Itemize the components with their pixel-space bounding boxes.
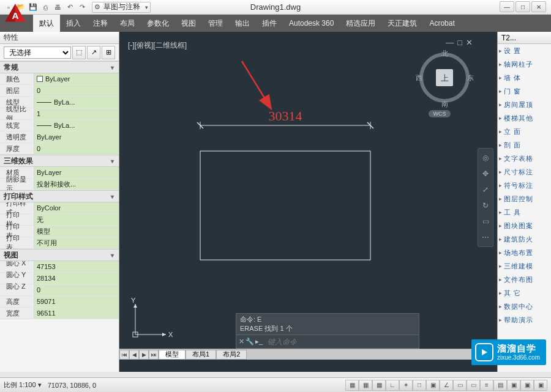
saveas-icon[interactable]: ⎙ [40,2,50,12]
ribbon-tab[interactable]: 布局 [114,15,141,32]
property-row[interactable]: 打印表...不可用 [0,237,119,249]
property-value[interactable]: 1 [34,108,119,119]
toggle-ducs[interactable]: ▭ [453,380,467,391]
drawing-area[interactable]: [-][俯视][二维线框] — □ ✕ 30314 [119,32,497,372]
tab-layout1[interactable]: 布局1 [186,350,216,360]
palette-item[interactable]: 符号标注 [498,179,551,192]
toggle-dyn[interactable]: ▭ [467,380,480,391]
maximize-button[interactable]: □ [515,1,530,12]
close-button[interactable]: ✕ [531,1,546,12]
command-line[interactable]: 命令: E ERASE 找到 1 个 ✕ 🔧 ▸_ [236,313,419,349]
toggle-qp[interactable]: ▣ [507,380,520,391]
redo-icon[interactable]: ↷ [77,2,87,12]
palette-item[interactable]: 立 面 [498,125,551,138]
tab-model[interactable]: 模型 [159,350,186,360]
ribbon-tab[interactable]: 管理 [202,15,229,32]
palette-item[interactable]: 文字表格 [498,152,551,165]
ribbon-tab[interactable]: 天正建筑 [381,15,423,32]
palette-item[interactable]: 场地布置 [498,246,551,259]
palette-item[interactable]: 图层控制 [498,192,551,205]
toggle-grid[interactable]: ▦ [372,380,386,391]
property-value[interactable]: 0 [34,85,119,96]
property-row[interactable]: 高度59071 [0,296,119,308]
pan-icon[interactable]: ✥ [479,167,492,180]
property-value[interactable]: ByLayer [34,167,119,178]
orbit-icon[interactable]: ↻ [479,199,492,212]
category-3d-effects[interactable]: 三维效果 [0,155,119,167]
palette-item[interactable]: 楼梯其他 [498,111,551,125]
nav-more-icon[interactable]: ⋯ [479,231,492,244]
ribbon-tab[interactable]: Autodesk 360 [283,15,340,32]
palette-item[interactable]: 剖 面 [498,138,551,152]
select-objects-button[interactable]: ↗ [87,46,100,59]
toggle-am[interactable]: ▣ [534,380,547,391]
ribbon-tab[interactable]: 注释 [87,15,114,32]
palette-item[interactable]: 数据中心 [498,300,551,313]
property-row[interactable]: 颜色ByLayer [0,73,119,85]
tab-first-icon[interactable]: ⏮ [119,350,129,360]
property-value[interactable]: ByColor [34,202,119,213]
palette-item[interactable]: 房间屋顶 [498,98,551,111]
palette-item[interactable]: 墙 体 [498,71,551,84]
property-row[interactable]: 线宽ByLa... [0,120,119,131]
toggle-infer[interactable]: ▦ [345,380,359,391]
category-general[interactable]: 常规 [0,61,119,73]
steering-wheel-icon[interactable]: ◎ [479,151,492,165]
workspace-dropdown[interactable]: 草图与注释 [92,2,151,13]
tab-next-icon[interactable]: ▶ [139,350,149,360]
toggle-ortho[interactable]: ∟ [386,380,399,391]
property-row[interactable]: 图层0 [0,85,119,97]
palette-item[interactable]: 其 它 [498,286,551,300]
viewcube[interactable]: 上 北 东 南 西 WCS [414,50,475,117]
toggle-lwt[interactable]: ≡ [480,380,493,391]
property-value[interactable]: 0 [34,284,119,295]
property-value[interactable]: 投射和接收... [34,179,119,190]
toggle-3dosnap[interactable]: ▣ [426,380,440,391]
palette-item[interactable]: 轴网柱子 [498,57,551,71]
tab-layout2[interactable]: 布局2 [216,350,247,360]
property-value[interactable]: 28134 [34,273,119,284]
selection-filter[interactable]: 无选择 [4,46,71,59]
property-value[interactable]: ByLayer [34,131,119,142]
property-row[interactable]: 厚度0 [0,143,119,155]
cmd-config-icon[interactable]: 🔧 [246,338,254,346]
property-row[interactable]: 圆心 Z ...0 [0,284,119,296]
property-value[interactable]: 47153 [34,261,119,272]
showmotion-icon[interactable]: ▭ [479,215,492,228]
property-row[interactable]: 线型比例1 [0,108,119,120]
print-icon[interactable]: 🖶 [53,2,62,12]
property-value[interactable]: 不可用 [34,237,119,248]
palette-item[interactable]: 文件布图 [498,273,551,286]
toggle-polar[interactable]: ✶ [399,380,413,391]
property-value[interactable]: 59071 [34,296,119,307]
tab-prev-icon[interactable]: ◀ [129,350,139,360]
property-row[interactable]: 宽度96511 [0,308,119,319]
toggle-tpy[interactable]: ▤ [493,380,507,391]
ribbon-tab[interactable]: 精选应用 [340,15,381,32]
ribbon-tab[interactable]: 视图 [175,15,202,32]
palette-item[interactable]: 门 窗 [498,84,551,98]
tab-last-icon[interactable]: ⏭ [149,350,159,360]
palette-item[interactable]: 尺寸标注 [498,165,551,179]
palette-item[interactable]: 工 具 [498,205,551,219]
command-input[interactable] [265,338,419,346]
property-value[interactable]: 0 [34,143,119,154]
ribbon-tab[interactable]: 参数化 [141,15,175,32]
property-value[interactable]: 模型 [34,226,119,237]
property-value[interactable]: 96511 [34,308,119,319]
ribbon-tab[interactable]: 插件 [256,15,283,32]
property-value[interactable]: 无 [34,214,119,225]
property-value[interactable]: ByLayer [34,73,119,84]
palette-item[interactable]: 三维建模 [498,259,551,273]
ribbon-tab[interactable]: 默认 [33,15,60,32]
property-value[interactable]: ByLa... [34,120,119,131]
category-plot-style[interactable]: 打印样式 [0,190,119,202]
toggle-otrack[interactable]: ∠ [440,380,453,391]
category-view[interactable]: 视图 [0,249,119,261]
ribbon-tab[interactable]: Acrobat [423,15,460,32]
annotation-scale[interactable]: 比例 1:100 ▾ [4,380,42,390]
palette-item[interactable]: 设 置 [498,44,551,57]
toggle-osnap[interactable]: □ [413,380,426,391]
toggle-snap[interactable]: ▦ [359,380,372,391]
property-row[interactable]: 透明度ByLayer [0,131,119,143]
